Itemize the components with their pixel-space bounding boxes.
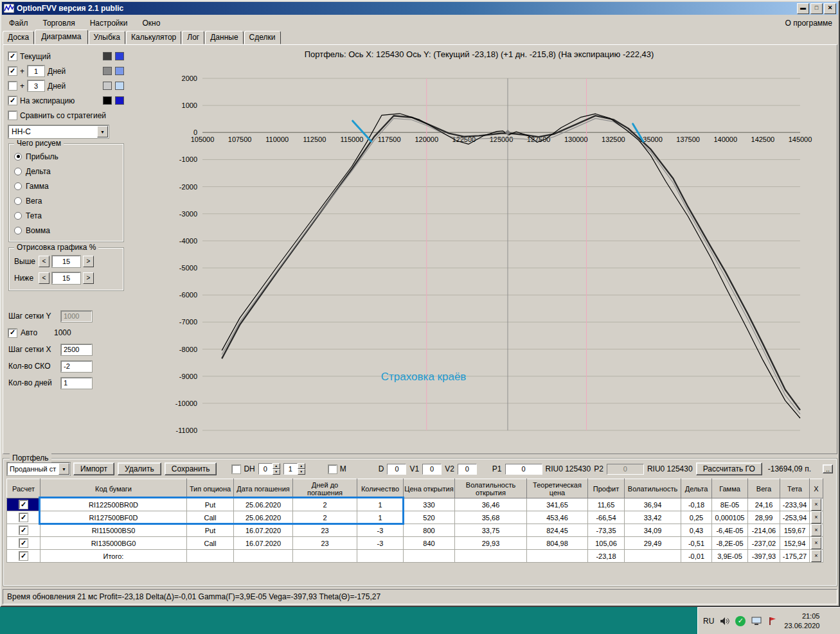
maximize-button[interactable]: □ [810,3,823,14]
plus3-checkbox[interactable] [8,82,17,90]
chevron-down-icon[interactable] [97,126,108,137]
tab[interactable]: Диаграмма [35,30,87,44]
row-checkbox[interactable] [19,526,28,534]
above-decrease-button[interactable] [39,256,49,267]
column-header[interactable]: X [810,479,823,498]
more-button[interactable]: .. [823,464,833,473]
spin-down-icon[interactable]: ▼ [273,469,280,475]
column-header[interactable]: Цена открытия [404,479,455,498]
antivirus-icon[interactable]: ✓ [735,616,746,626]
delete-row-button[interactable] [811,537,821,549]
above-percent-input[interactable] [52,256,80,267]
column-header[interactable]: Дата погашения [234,479,293,498]
plus1-checkbox[interactable] [8,67,17,75]
menu-item[interactable]: Файл [5,17,35,30]
dh-checkbox[interactable] [232,465,240,473]
radio-icon[interactable] [14,153,22,161]
row-checkbox[interactable] [19,552,28,560]
close-button[interactable]: ✕ [824,3,836,14]
tab[interactable]: Доска [3,31,34,44]
delete-row-button[interactable] [811,524,821,536]
v2-input[interactable] [458,464,477,475]
expiration-color-swatch-alt[interactable] [115,96,124,105]
column-header[interactable]: Волатильность [625,479,681,498]
radio-option[interactable]: Дельта [14,164,118,179]
delete-row-button[interactable] [811,550,821,562]
delete-row-button[interactable] [811,498,821,511]
spin-down-icon[interactable]: ▼ [298,469,305,475]
tab[interactable]: Сделки [244,31,281,44]
radio-icon[interactable] [14,212,22,220]
menu-item[interactable]: Окно [139,17,168,30]
column-header[interactable]: Дней до погашения [293,479,357,498]
radio-icon[interactable] [14,182,22,190]
radio-option[interactable]: Тета [14,208,118,223]
auto-checkbox[interactable] [8,329,17,337]
row-checkbox[interactable] [19,513,28,522]
plus1-days-input[interactable] [28,66,44,76]
column-header[interactable]: Профит [588,479,625,498]
below-increase-button[interactable] [83,272,94,284]
monitor-icon[interactable] [751,615,762,626]
table-row[interactable]: RI135000BG0Call16.07.202023-384029,93804… [7,537,823,550]
radio-option[interactable]: Вега [14,193,118,208]
column-header[interactable]: Код бумаги [40,479,187,498]
column-header[interactable]: Дельта [681,479,712,498]
plus3-color-swatch[interactable] [103,82,112,90]
plus3-color-swatch-alt[interactable] [115,82,124,90]
column-header[interactable]: Количество [357,479,404,498]
dh-value-1[interactable] [258,463,273,475]
days-count-input[interactable] [61,378,92,389]
radio-option[interactable]: Гамма [14,179,118,193]
tab[interactable]: Калькулятор [126,31,181,44]
row-checkbox[interactable] [19,539,28,547]
save-button[interactable]: Сохранить [165,462,217,475]
volume-icon[interactable] [719,615,730,626]
tray-clock[interactable]: 21:05 23.06.2020 [784,612,819,631]
plus1-color-swatch[interactable] [103,67,112,75]
dh-value-2[interactable] [283,463,298,475]
column-header[interactable]: Вега [748,479,780,498]
menu-about[interactable]: О программе [783,17,835,30]
table-row[interactable]: RI127500BF0DCall25.06.20202152035,68453,… [7,511,823,524]
current-color-swatch[interactable] [103,52,112,60]
grid-x-input[interactable] [61,344,92,355]
delete-button[interactable]: Удалить [118,462,161,475]
chevron-down-icon[interactable] [58,463,69,475]
menu-item[interactable]: Настройки [86,17,135,30]
below-decrease-button[interactable] [39,272,49,284]
row-checkbox[interactable] [19,500,28,509]
above-increase-button[interactable] [83,256,94,267]
spin-up-icon[interactable]: ▲ [298,463,305,469]
compare-checkbox[interactable] [8,111,17,119]
spin-up-icon[interactable]: ▲ [273,463,280,469]
strategy-dropdown[interactable]: НН-С [8,125,109,138]
table-row[interactable]: RI115000BS0Put16.07.202023-380033,75824,… [7,524,823,537]
current-color-swatch-alt[interactable] [115,52,124,60]
expiration-color-swatch[interactable] [103,96,112,105]
minimize-button[interactable]: ▬ [797,3,809,14]
table-row[interactable]: Итого:-23,18-0,013,9E-05-397,93-175,27 [7,550,823,563]
radio-icon[interactable] [14,197,22,205]
tab[interactable]: Данные [205,31,243,44]
below-percent-input[interactable] [52,272,80,284]
current-checkbox[interactable] [8,52,17,60]
expiration-checkbox[interactable] [8,96,17,105]
column-header[interactable]: Расчет [7,479,40,498]
sko-input[interactable] [61,361,92,372]
radio-option[interactable]: Вомма [14,223,118,238]
portfolio-strategy-dropdown[interactable]: Проданный ст [7,462,70,475]
column-header[interactable]: Теоретическая цена [527,479,588,498]
plus3-days-input[interactable] [28,80,44,91]
m-checkbox[interactable] [328,465,337,473]
calc-margin-button[interactable]: Рассчитать ГО [696,462,762,475]
v1-input[interactable] [422,464,442,475]
tab[interactable]: Лог [182,31,204,44]
keyboard-layout-indicator[interactable]: RU [703,617,714,626]
title-bar[interactable]: OptionFVV версия 2.1 public ▬ □ ✕ [2,2,838,15]
flag-icon[interactable] [767,615,778,626]
import-button[interactable]: Импорт [73,462,114,475]
column-header[interactable]: Гамма [712,479,748,498]
column-header[interactable]: Волатильность открытия [455,479,527,498]
column-header[interactable]: Тип опциона [187,479,234,498]
